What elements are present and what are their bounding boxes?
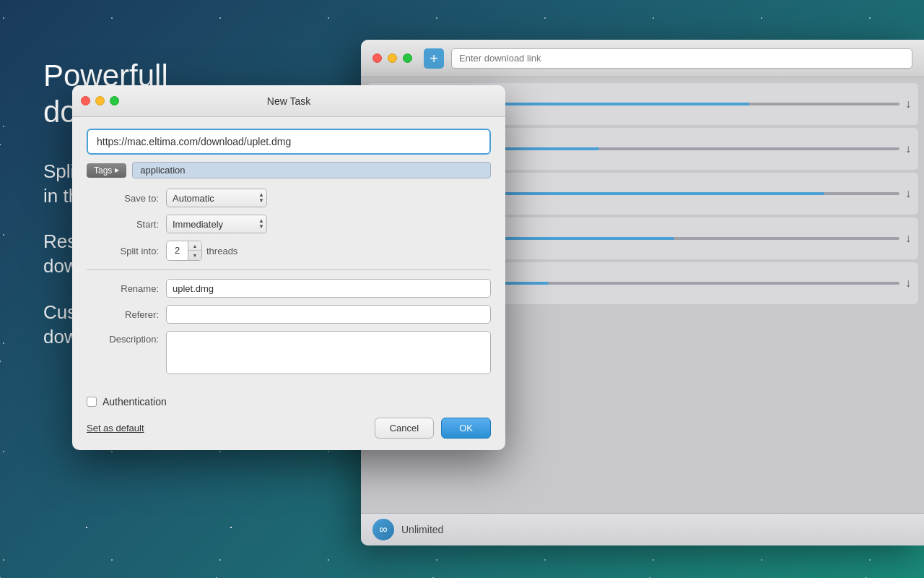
maximize-button[interactable]	[403, 53, 412, 63]
description-label: Description:	[87, 331, 166, 345]
threads-wrapper: 2 ▲ ▼ threads	[166, 241, 237, 261]
save-to-select[interactable]: Automatic Desktop Downloads	[166, 189, 267, 207]
rename-input[interactable]	[166, 279, 491, 298]
url-input[interactable]	[87, 129, 491, 155]
modal-close-button[interactable]	[81, 96, 90, 105]
traffic-lights	[372, 53, 412, 63]
save-to-row: Save to: Automatic Desktop Downloads ▲ ▼	[87, 189, 491, 207]
app-bottom-bar: ∞ Unlimited	[361, 513, 924, 545]
url-input-row	[87, 129, 491, 155]
rename-row: Rename:	[87, 279, 491, 298]
modal-footer: Set as default Cancel OK	[72, 418, 505, 450]
download-arrow-icon: ↓	[905, 142, 911, 155]
referer-label: Referer:	[87, 309, 166, 320]
split-into-row: Split into: 2 ▲ ▼ threads	[87, 241, 491, 261]
add-download-button[interactable]: +	[424, 48, 444, 69]
ok-button[interactable]: OK	[441, 418, 491, 439]
authentication-checkbox[interactable]	[87, 397, 97, 407]
stepper-arrows: ▲ ▼	[188, 241, 201, 260]
minimize-button[interactable]	[388, 53, 397, 63]
download-arrow-icon: ↓	[905, 187, 911, 200]
modal-body: Tags application Save to: Automatic Desk…	[72, 117, 505, 396]
start-row: Start: Immediately Manually Scheduled ▲ …	[87, 215, 491, 233]
url-bar-input[interactable]	[451, 48, 912, 69]
save-to-label: Save to:	[87, 193, 166, 204]
modal-maximize-button[interactable]	[110, 96, 119, 105]
footer-buttons: Cancel OK	[375, 418, 491, 439]
rename-label: Rename:	[87, 283, 166, 294]
threads-value: 2	[167, 241, 188, 260]
tags-row: Tags application	[87, 162, 491, 178]
modal-minimize-button[interactable]	[95, 96, 105, 105]
stepper-up-button[interactable]: ▲	[188, 241, 201, 251]
close-button[interactable]	[372, 53, 382, 63]
referer-row: Referer:	[87, 305, 491, 324]
split-into-label: Split into:	[87, 246, 166, 256]
new-task-modal: New Task Tags application Save to: Autom…	[72, 85, 505, 450]
description-row: Description:	[87, 331, 491, 374]
tags-badge[interactable]: Tags	[87, 163, 126, 178]
start-select-wrapper: Immediately Manually Scheduled ▲ ▼	[166, 215, 267, 233]
download-arrow-icon: ↓	[905, 98, 911, 111]
unlimited-icon: ∞	[372, 519, 394, 540]
start-label: Start:	[87, 219, 166, 230]
description-textarea[interactable]	[166, 331, 491, 374]
threads-stepper: 2 ▲ ▼	[166, 241, 202, 261]
unlimited-label: Unlimited	[401, 524, 443, 535]
download-arrow-icon: ↓	[905, 277, 911, 290]
start-select[interactable]: Immediately Manually Scheduled	[166, 215, 267, 233]
stepper-down-button[interactable]: ▼	[188, 251, 201, 260]
modal-traffic-lights	[81, 96, 119, 105]
app-titlebar: +	[361, 40, 924, 77]
modal-titlebar: New Task	[72, 85, 505, 117]
divider	[87, 269, 491, 270]
threads-label: threads	[206, 246, 237, 256]
authentication-label: Authentication	[103, 396, 167, 407]
authentication-row: Authentication	[72, 396, 505, 407]
set-default-button[interactable]: Set as default	[87, 423, 144, 434]
download-arrow-icon: ↓	[905, 232, 911, 245]
cancel-button[interactable]: Cancel	[375, 418, 434, 439]
tag-value: application	[132, 162, 491, 178]
referer-input[interactable]	[166, 305, 491, 324]
modal-title: New Task	[267, 95, 310, 107]
save-to-select-wrapper: Automatic Desktop Downloads ▲ ▼	[166, 189, 267, 207]
